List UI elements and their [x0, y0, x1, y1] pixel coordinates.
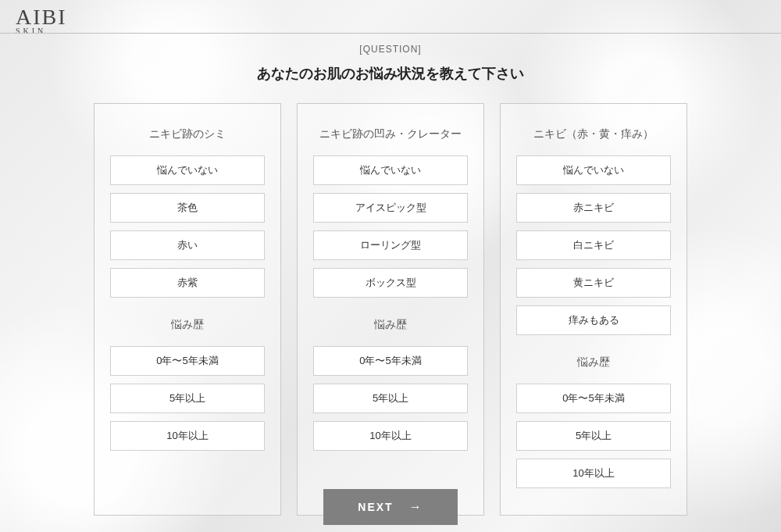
history-heading: 悩み歴 — [516, 355, 671, 370]
option-button[interactable]: 赤紫 — [110, 268, 265, 298]
option-button[interactable]: 茶色 — [110, 193, 265, 223]
option-button[interactable]: ボックス型 — [313, 268, 468, 298]
option-button[interactable]: 赤ニキビ — [516, 193, 671, 223]
history-heading: 悩み歴 — [313, 318, 468, 332]
history-option-button[interactable]: 5年以上 — [516, 421, 671, 451]
brand-logo: AIBI SKIN — [16, 6, 67, 35]
option-button[interactable]: 悩んでいない — [313, 155, 468, 185]
option-button[interactable]: 痒みもある — [516, 305, 671, 335]
history-option-button[interactable]: 0年〜5年未満 — [110, 346, 265, 376]
panel-heading: ニキビ（赤・黄・痒み） — [516, 127, 671, 141]
option-button[interactable]: 悩んでいない — [110, 155, 265, 185]
option-button[interactable]: 白ニキビ — [516, 230, 671, 260]
panel-acne-scar-spots: ニキビ跡のシミ 悩んでいない 茶色 赤い 赤紫 悩み歴 0年〜5年未満 5年以上… — [94, 103, 281, 516]
divider — [0, 33, 781, 34]
arrow-right-icon: → — [409, 500, 423, 514]
option-button[interactable]: 悩んでいない — [516, 155, 671, 185]
option-button[interactable]: アイスピック型 — [313, 193, 468, 223]
next-wrapper: NEXT → — [0, 489, 781, 525]
history-option-button[interactable]: 10年以上 — [110, 421, 265, 451]
panel-heading: ニキビ跡の凹み・クレーター — [313, 127, 468, 141]
history-option-button[interactable]: 0年〜5年未満 — [313, 346, 468, 376]
panel-acne-scar-crater: ニキビ跡の凹み・クレーター 悩んでいない アイスピック型 ローリング型 ボックス… — [297, 103, 484, 516]
history-option-button[interactable]: 5年以上 — [313, 384, 468, 413]
option-button[interactable]: ローリング型 — [313, 230, 468, 260]
history-option-button[interactable]: 10年以上 — [313, 421, 468, 451]
history-option-button[interactable]: 5年以上 — [110, 384, 265, 413]
brand-main: AIBI — [16, 6, 67, 28]
option-button[interactable]: 赤い — [110, 230, 265, 260]
history-heading: 悩み歴 — [110, 318, 265, 332]
panel-heading: ニキビ跡のシミ — [110, 127, 265, 141]
history-option-button[interactable]: 10年以上 — [516, 459, 671, 488]
panel-acne: ニキビ（赤・黄・痒み） 悩んでいない 赤ニキビ 白ニキビ 黄ニキビ 痒みもある … — [500, 103, 687, 516]
next-button[interactable]: NEXT → — [323, 489, 457, 525]
history-option-button[interactable]: 0年〜5年未満 — [516, 384, 671, 413]
next-label: NEXT — [358, 501, 393, 513]
option-button[interactable]: 黄ニキビ — [516, 268, 671, 298]
page-title: あなたのお肌のお悩み状況を教えて下さい — [0, 64, 781, 83]
question-label: [QUESTION] — [0, 44, 781, 55]
panels: ニキビ跡のシミ 悩んでいない 茶色 赤い 赤紫 悩み歴 0年〜5年未満 5年以上… — [94, 103, 687, 516]
